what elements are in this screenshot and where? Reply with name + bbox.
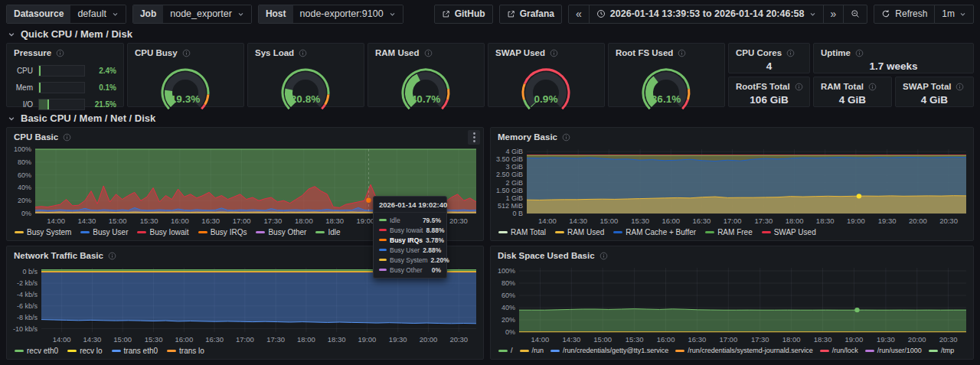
disk-space-used-chart[interactable]: 14:0014:3015:0015:3016:0016:3017:0017:30… <box>493 265 971 346</box>
panel-title[interactable]: RAM Total <box>821 82 864 91</box>
tooltip-series-color <box>379 259 387 261</box>
chevron-down-icon <box>8 31 15 38</box>
panel-title[interactable]: Uptime <box>821 48 851 57</box>
info-icon[interactable] <box>855 49 864 57</box>
info-icon[interactable] <box>299 49 307 57</box>
legend-item[interactable]: RAM Cache + Buffer <box>613 228 696 236</box>
section-quick-cpu-mem-disk[interactable]: Quick CPU / Mem / Disk <box>8 28 132 40</box>
legend-item[interactable]: trans eth0 <box>112 347 158 355</box>
info-icon[interactable] <box>795 83 803 91</box>
legend-item[interactable]: Busy IRQs <box>198 228 247 236</box>
time-shift-forward-button[interactable]: » <box>823 5 844 24</box>
variable-job[interactable]: Job node_exporter <box>132 5 252 24</box>
legend-item[interactable]: /run/credentials/systemd-journald.servic… <box>675 347 813 354</box>
x-tick-label: 15:00 <box>593 335 612 344</box>
panel-title[interactable]: CPU Cores <box>736 48 782 57</box>
info-icon[interactable] <box>678 49 686 57</box>
grafana-link-button[interactable]: Grafana <box>499 5 562 24</box>
info-icon[interactable] <box>599 252 608 260</box>
x-tick-label: 17:00 <box>236 335 254 344</box>
info-icon[interactable] <box>550 49 558 57</box>
bar-gauge <box>38 82 85 93</box>
refresh-interval-dropdown[interactable]: 1m <box>934 5 974 24</box>
panel-title[interactable]: CPU Busy <box>135 48 178 57</box>
panel-title[interactable]: Memory Basic <box>498 132 557 142</box>
info-icon[interactable] <box>868 83 877 91</box>
y-tick-label: 2 GiB <box>505 179 523 187</box>
panel-title[interactable]: Network Traffic Basic <box>14 251 103 260</box>
info-icon[interactable] <box>56 49 64 57</box>
legend-item[interactable]: RAM Free <box>705 228 753 236</box>
tooltip-row: Busy Other0% <box>374 265 446 275</box>
legend-item[interactable]: Busy User <box>80 228 128 236</box>
panel-cpu-busy: CPU Busy 19.3% <box>127 43 244 107</box>
panel-sys-load: Sys Load 20.8% <box>247 43 364 107</box>
legend-item[interactable]: trans lo <box>167 347 204 355</box>
panel-title[interactable]: SWAP Total <box>903 82 951 91</box>
x-tick-label: 16:00 <box>662 217 680 225</box>
legend-item[interactable]: /tmp <box>929 347 955 354</box>
info-icon[interactable] <box>562 133 570 142</box>
memory-basic-chart[interactable]: 14:0014:3015:0015:3016:0016:3017:0017:30… <box>493 146 971 227</box>
legend-item[interactable]: Busy Iowait <box>137 228 188 236</box>
panel-title[interactable]: SWAP Used <box>495 48 545 57</box>
variable-datasource[interactable]: Datasource default <box>6 5 126 24</box>
legend-item[interactable]: /run/credentials/getty@tty1.service <box>550 347 668 354</box>
panel-title[interactable]: Sys Load <box>255 48 294 57</box>
info-icon[interactable] <box>786 49 795 57</box>
legend-item[interactable]: /run/user/1000 <box>865 347 922 354</box>
panel-title[interactable]: RAM Used <box>375 48 420 57</box>
x-tick-label: 17:00 <box>719 335 737 344</box>
y-tick-label: 20% <box>501 316 515 324</box>
dashboard-submenu: Datasource default Job node_exporter Hos… <box>6 4 974 24</box>
legend-item[interactable]: Idle <box>315 228 340 236</box>
legend-item[interactable]: /run <box>520 347 544 354</box>
variable-value: node_exporter <box>170 8 232 19</box>
refresh-button[interactable]: Refresh <box>874 5 935 24</box>
panel-title[interactable]: Root FS Used <box>616 48 673 57</box>
info-icon[interactable] <box>108 252 116 260</box>
x-tick-label: 15:30 <box>140 217 158 225</box>
info-icon[interactable] <box>956 83 964 91</box>
panel-menu-kebab-icon[interactable] <box>468 130 480 145</box>
info-icon[interactable] <box>63 133 71 142</box>
y-tick-label: 100% <box>14 146 31 153</box>
legend-item[interactable]: recv lo <box>67 347 102 355</box>
chevron-down-icon <box>237 11 244 18</box>
legend-item[interactable]: Busy Other <box>256 228 306 236</box>
svg-text:36.1%: 36.1% <box>652 93 681 105</box>
legend-item[interactable]: recv eth0 <box>15 347 58 355</box>
info-icon[interactable] <box>424 49 433 57</box>
panel-pressure: Pressure CPU 2.4% Mem 0.1% I/O 21.5% <box>6 43 124 107</box>
variable-host[interactable]: Host node-exporter:9100 <box>258 5 403 24</box>
x-tick-label: 15:00 <box>109 217 127 225</box>
pressure-row-cpu: CPU 2.4% <box>14 65 116 77</box>
stat-value: 4 <box>729 62 809 73</box>
legend-item[interactable]: RAM Used <box>555 228 604 236</box>
chevron-down-icon <box>809 11 816 18</box>
time-shift-back-button[interactable]: « <box>568 5 590 24</box>
legend-item[interactable]: SWAP Used <box>762 228 816 236</box>
legend-item[interactable]: /run/lock <box>820 347 858 354</box>
legend-item[interactable]: / <box>498 347 513 354</box>
github-link-button[interactable]: GitHub <box>434 5 493 24</box>
info-icon[interactable] <box>182 49 191 57</box>
y-tick-label: 60% <box>501 292 515 299</box>
y-tick-label: 1.50 GiB <box>496 187 523 194</box>
tooltip-series-color <box>379 229 387 231</box>
x-tick-label: 16:00 <box>171 217 189 225</box>
stat-value: 4 GiB <box>896 96 973 106</box>
legend-item[interactable]: Busy System <box>15 228 71 236</box>
section-basic-cpu-mem-net-disk[interactable]: Basic CPU / Mem / Net / Disk <box>8 112 155 124</box>
panel-title[interactable]: Pressure <box>14 48 51 57</box>
time-range-picker[interactable]: 2026-01-14 13:39:53 to 2026-01-14 20:46:… <box>589 5 824 24</box>
zoom-out-time-button[interactable] <box>843 5 867 24</box>
tooltip-row: Busy User2.88% <box>374 245 446 255</box>
x-tick-label: 15:30 <box>626 335 644 344</box>
x-tick-label: 18:00 <box>297 335 315 344</box>
variable-value: node-exporter:9100 <box>300 8 384 19</box>
panel-title[interactable]: Disk Space Used Basic <box>498 251 595 260</box>
panel-title[interactable]: RootFS Total <box>736 82 790 91</box>
legend-item[interactable]: RAM Total <box>498 228 546 236</box>
panel-title[interactable]: CPU Basic <box>14 132 58 142</box>
